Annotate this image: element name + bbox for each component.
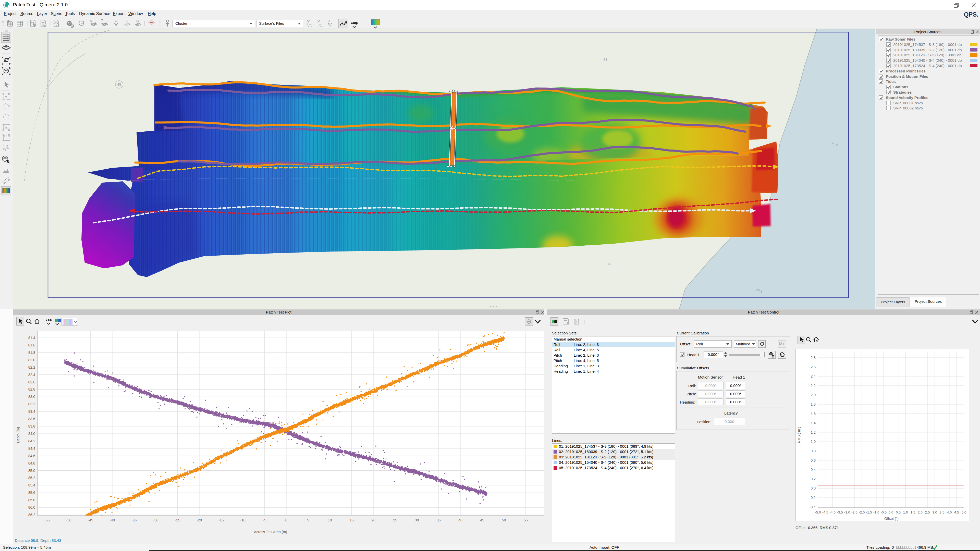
- svg-text:-0.4: -0.4: [810, 505, 816, 509]
- svg-text:0.6: 0.6: [811, 458, 816, 462]
- svg-text:-10: -10: [240, 518, 245, 522]
- svg-text:0.8: 0.8: [811, 449, 816, 453]
- svg-text:-4.5: -4.5: [822, 510, 828, 514]
- svg-text:0.0: 0.0: [811, 486, 816, 490]
- svg-text:84.2: 84.2: [28, 439, 35, 443]
- svg-text:15: 15: [350, 518, 354, 522]
- svg-text:40: 40: [458, 518, 463, 522]
- svg-text:84.8: 84.8: [28, 461, 35, 465]
- svg-text:2.8: 2.8: [811, 356, 816, 360]
- svg-text:-3.5: -3.5: [837, 510, 843, 514]
- svg-text:5.0: 5.0: [962, 510, 966, 514]
- svg-text:-45: -45: [88, 518, 93, 522]
- svg-text:50: 50: [502, 518, 506, 522]
- svg-text:-5.0: -5.0: [815, 510, 821, 514]
- svg-text:Depth (m): Depth (m): [16, 427, 20, 443]
- svg-text:85.4: 85.4: [28, 483, 35, 487]
- svg-text:83.2: 83.2: [28, 402, 35, 406]
- svg-text:-4.0: -4.0: [830, 510, 835, 514]
- svg-text:25: 25: [393, 518, 397, 522]
- svg-text:84.4: 84.4: [28, 446, 35, 451]
- svg-text:83.8: 83.8: [28, 424, 35, 428]
- svg-text:86.0: 86.0: [28, 505, 35, 510]
- svg-text:4.5: 4.5: [954, 510, 959, 514]
- svg-text:1.0: 1.0: [811, 440, 816, 444]
- svg-text:0: 0: [836, 143, 838, 146]
- svg-text:1.4: 1.4: [811, 421, 816, 425]
- svg-text:RMS ( m ): RMS ( m ): [797, 427, 801, 443]
- svg-text:30: 30: [415, 518, 419, 522]
- svg-text:28: 28: [832, 141, 835, 145]
- svg-text:2.2: 2.2: [811, 384, 816, 388]
- svg-text:82.0: 82.0: [28, 358, 35, 362]
- svg-text:4.0: 4.0: [947, 510, 952, 514]
- svg-text:85.2: 85.2: [28, 476, 35, 480]
- svg-text:-1.0: -1.0: [873, 510, 879, 514]
- svg-text:-0.5: -0.5: [881, 510, 886, 514]
- svg-text:81.8: 81.8: [28, 351, 35, 354]
- svg-text:-0.2: -0.2: [810, 495, 816, 500]
- svg-text:31: 31: [603, 58, 608, 62]
- svg-text:Offset (°): Offset (°): [884, 516, 899, 521]
- svg-text:82.2: 82.2: [28, 365, 35, 369]
- svg-text:-2.5: -2.5: [851, 510, 857, 514]
- svg-text:85.6: 85.6: [28, 491, 35, 495]
- svg-text:3.0: 3.0: [932, 510, 937, 514]
- svg-text:-20: -20: [197, 518, 202, 522]
- svg-text:5: 5: [760, 290, 762, 293]
- svg-text:-30: -30: [153, 518, 158, 522]
- svg-text:82.8: 82.8: [28, 387, 35, 391]
- svg-text:26: 26: [756, 288, 760, 292]
- svg-text:0.4: 0.4: [811, 468, 816, 472]
- svg-text:86.2: 86.2: [28, 513, 35, 517]
- svg-text:85.8: 85.8: [28, 498, 35, 502]
- svg-text:81.6: 81.6: [28, 343, 35, 347]
- svg-text:-40: -40: [110, 518, 115, 522]
- svg-text:81.4: 81.4: [28, 336, 35, 340]
- svg-text:36: 36: [607, 262, 611, 266]
- svg-text:45: 45: [480, 518, 484, 522]
- svg-text:5: 5: [307, 518, 309, 522]
- svg-text:0.0: 0.0: [889, 510, 894, 514]
- svg-text:1.5: 1.5: [910, 510, 915, 514]
- svg-text:-3.0: -3.0: [844, 510, 850, 514]
- svg-text:0.5: 0.5: [896, 510, 900, 514]
- svg-text:10: 10: [328, 518, 332, 522]
- svg-text:1.0: 1.0: [903, 510, 908, 514]
- svg-text:-50: -50: [66, 518, 71, 522]
- svg-text:1.8: 1.8: [811, 402, 816, 407]
- svg-text:84.0: 84.0: [28, 432, 35, 436]
- svg-text:2.0: 2.0: [811, 393, 816, 397]
- svg-text:-15: -15: [218, 518, 224, 522]
- svg-text:2.4: 2.4: [811, 374, 816, 378]
- svg-text:-1.5: -1.5: [866, 510, 872, 514]
- svg-text:3.5: 3.5: [940, 510, 945, 514]
- svg-text:2.6: 2.6: [811, 365, 816, 369]
- svg-text:0: 0: [285, 518, 287, 522]
- svg-text:85.0: 85.0: [28, 468, 35, 473]
- svg-text:-35: -35: [131, 518, 137, 522]
- svg-text:83.0: 83.0: [28, 395, 35, 399]
- svg-text:1.2: 1.2: [811, 430, 816, 434]
- svg-text:1.6: 1.6: [811, 412, 816, 416]
- svg-text:0.2: 0.2: [811, 477, 816, 481]
- svg-text:-5: -5: [263, 518, 266, 522]
- svg-text:-25: -25: [175, 518, 180, 522]
- svg-text:83.4: 83.4: [28, 410, 35, 413]
- svg-text:-2.0: -2.0: [859, 510, 865, 514]
- svg-text:2.5: 2.5: [925, 510, 930, 514]
- svg-text:2.0: 2.0: [918, 510, 923, 514]
- svg-text:Across Test Area (m): Across Test Area (m): [254, 530, 287, 534]
- svg-text:84.6: 84.6: [28, 454, 35, 458]
- svg-text:49: 49: [117, 83, 121, 86]
- svg-text:20: 20: [371, 518, 375, 522]
- svg-text:83.6: 83.6: [28, 417, 35, 421]
- svg-text:82.6: 82.6: [28, 380, 35, 384]
- svg-text:-55: -55: [45, 518, 49, 522]
- svg-text:35: 35: [437, 518, 441, 522]
- svg-text:82.4: 82.4: [28, 373, 35, 377]
- svg-text:55: 55: [524, 518, 528, 522]
